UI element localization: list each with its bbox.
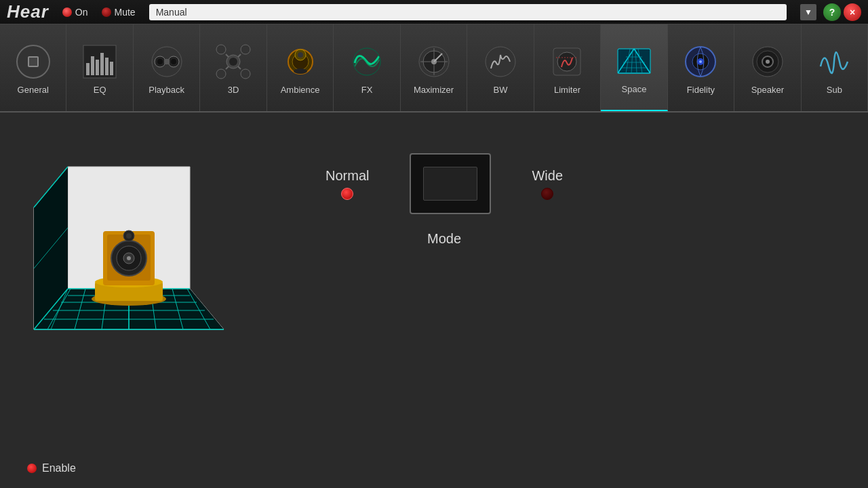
profile-value: Manual [156, 7, 187, 18]
tab-ambience-label: Ambience [281, 85, 320, 95]
main-content: Normal Wide Mode Enable [0, 113, 868, 488]
svg-rect-15 [164, 59, 170, 64]
svg-point-53 [699, 60, 702, 63]
svg-line-25 [238, 66, 241, 69]
svg-line-23 [238, 54, 241, 57]
svg-point-57 [766, 60, 770, 64]
tab-fx-label: FX [361, 85, 373, 95]
tab-bw-label: BW [494, 85, 508, 95]
tab-speaker-label: Speaker [751, 85, 784, 95]
svg-point-83 [127, 256, 131, 260]
svg-point-35 [486, 47, 515, 77]
svg-point-29 [298, 52, 303, 58]
playback-icon [146, 41, 187, 82]
mute-button[interactable]: Mute [102, 7, 136, 18]
svg-rect-2 [29, 58, 37, 66]
3d-icon [213, 41, 254, 82]
svg-rect-7 [100, 53, 104, 75]
fx-icon [347, 41, 387, 82]
tab-space-label: Space [622, 84, 647, 94]
app-title: Hear [7, 1, 49, 22]
tab-ambience[interactable]: Ambience [267, 24, 334, 111]
svg-line-22 [226, 54, 229, 57]
tab-limiter[interactable]: Limiter [534, 24, 601, 111]
svg-point-19 [241, 45, 250, 54]
tab-fidelity[interactable]: Fidelity [668, 24, 734, 111]
svg-rect-9 [110, 62, 113, 75]
tab-speaker[interactable]: Speaker [734, 24, 801, 111]
fidelity-icon [680, 41, 721, 82]
svg-point-21 [241, 69, 250, 79]
svg-point-85 [126, 233, 132, 239]
wide-mode-label: Wide [532, 168, 563, 184]
ambience-icon [280, 41, 321, 82]
enable-label: Enable [42, 462, 76, 474]
svg-point-20 [216, 69, 226, 79]
tab-3d[interactable]: 3D [200, 24, 267, 111]
mode-display-inner [423, 167, 477, 201]
maximizer-icon [414, 41, 454, 82]
tab-sub-label: Sub [827, 85, 842, 95]
svg-rect-4 [86, 63, 90, 75]
tab-eq[interactable]: EQ [66, 24, 133, 111]
tab-space[interactable]: Space [601, 24, 667, 111]
header: Hear On Mute Manual ▼ ? × [0, 0, 868, 24]
room-visualization [27, 153, 231, 343]
mode-bottom-label: Mode [427, 231, 461, 247]
help-button[interactable]: ? [823, 3, 841, 21]
on-button[interactable]: On [62, 7, 88, 18]
svg-point-13 [157, 59, 163, 64]
svg-rect-5 [91, 56, 94, 75]
mode-options-row: Normal Wide [326, 153, 563, 214]
limiter-icon [547, 41, 587, 82]
mode-display-box [410, 153, 491, 214]
svg-rect-6 [96, 60, 99, 75]
sub-icon [814, 41, 854, 82]
close-button[interactable]: × [844, 3, 861, 21]
tab-bar: General EQ [0, 24, 868, 113]
tab-fx[interactable]: FX [334, 24, 400, 111]
svg-point-14 [171, 59, 176, 64]
tab-playback[interactable]: Playback [134, 24, 200, 111]
tab-general[interactable]: General [0, 24, 66, 111]
profile-dropdown-arrow[interactable]: ▼ [800, 4, 816, 20]
normal-mode-option[interactable]: Normal [326, 168, 369, 200]
tab-sub[interactable]: Sub [802, 24, 868, 111]
tab-maximizer-label: Maximizer [414, 85, 454, 95]
tab-general-label: General [18, 85, 49, 95]
on-indicator [62, 7, 72, 17]
normal-mode-indicator [341, 188, 353, 200]
window-controls: ? × [823, 3, 861, 21]
mute-indicator [102, 7, 111, 17]
bw-icon [480, 41, 521, 82]
tab-fidelity-label: Fidelity [687, 85, 715, 95]
enable-indicator [27, 464, 37, 473]
svg-point-18 [216, 45, 226, 54]
mode-controls: Normal Wide Mode [326, 153, 563, 247]
tab-eq-label: EQ [94, 85, 106, 95]
svg-rect-8 [105, 58, 108, 75]
speaker-icon [747, 41, 788, 82]
profile-selector[interactable]: Manual [149, 4, 787, 20]
svg-point-17 [229, 58, 237, 66]
eq-icon [79, 41, 120, 82]
enable-section[interactable]: Enable [27, 462, 76, 474]
on-label: On [75, 7, 88, 18]
wide-mode-indicator [541, 188, 553, 200]
general-icon [13, 41, 54, 82]
svg-rect-39 [618, 49, 650, 73]
tab-playback-label: Playback [149, 85, 184, 95]
mute-label: Mute [115, 7, 136, 18]
normal-mode-label: Normal [326, 168, 369, 184]
tab-3d-label: 3D [228, 85, 239, 95]
svg-line-24 [226, 66, 229, 69]
wide-mode-option[interactable]: Wide [532, 168, 563, 200]
svg-point-30 [294, 68, 307, 74]
tab-limiter-label: Limiter [554, 85, 580, 95]
tab-bw[interactable]: BW [467, 24, 534, 111]
space-icon [614, 41, 654, 81]
tab-maximizer[interactable]: Maximizer [401, 24, 467, 111]
